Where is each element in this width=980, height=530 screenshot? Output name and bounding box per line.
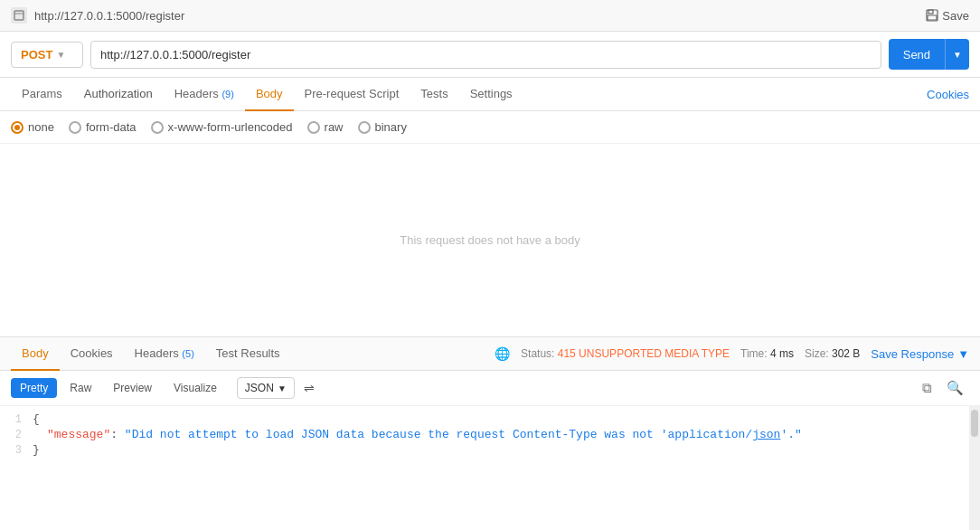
method-label: POST (21, 48, 52, 62)
send-label: Send (889, 39, 946, 70)
visualize-label: Visualize (174, 382, 217, 394)
search-button[interactable]: 🔍 (941, 376, 969, 400)
code-brace-open: { (33, 412, 40, 426)
body-option-none[interactable]: none (11, 120, 54, 134)
url-input[interactable] (90, 41, 881, 69)
time-label: Time: (740, 347, 770, 360)
radio-form-data (69, 121, 81, 134)
response-status: 🌐 Status: 415 UNSUPPORTED MEDIA TYPE Tim… (495, 346, 969, 361)
save-label: Save (942, 9, 969, 23)
line-num-3: 3 (0, 444, 33, 457)
tab-tests-label: Tests (420, 87, 448, 100)
tab-params-label: Params (22, 87, 62, 100)
resp-tab-headers[interactable]: Headers (5) (124, 337, 205, 371)
code-wrapper: 1 { 2 "message": "Did not attempt to loa… (0, 406, 980, 530)
wrap-button[interactable]: ⇌ (298, 377, 320, 399)
app-container: http://127.0.0.1:5000/register Save POST… (0, 0, 980, 530)
response-tabs-left: Body Cookies Headers (5) Test Results (11, 337, 291, 370)
tab-pre-request[interactable]: Pre-request Script (294, 78, 410, 111)
save-button[interactable]: Save (926, 9, 969, 23)
scrollbar-thumb (971, 410, 978, 437)
tab-body[interactable]: Body (245, 78, 294, 111)
tab-icon (11, 7, 27, 24)
svg-rect-0 (14, 11, 24, 20)
search-icon: 🔍 (947, 380, 964, 395)
code-line-3: 3 } (0, 442, 969, 458)
resp-tab-body[interactable]: Body (11, 337, 60, 371)
resp-tab-body-label: Body (22, 346, 49, 360)
tab-params[interactable]: Params (11, 78, 73, 111)
headers-badge: (9) (221, 89, 233, 99)
raw-button[interactable]: Raw (61, 378, 100, 398)
resp-headers-badge: (5) (182, 348, 193, 359)
body-empty: This request does not have a body (0, 144, 980, 336)
resp-tab-cookies-label: Cookies (71, 346, 113, 360)
top-bar: http://127.0.0.1:5000/register Save (0, 0, 980, 32)
cookies-link[interactable]: Cookies (927, 79, 969, 110)
radio-binary-label: binary (375, 120, 407, 134)
visualize-button[interactable]: Visualize (165, 378, 226, 398)
resp-tab-cookies[interactable]: Cookies (60, 337, 124, 371)
svg-rect-4 (928, 15, 937, 20)
tab-body-label: Body (256, 87, 283, 100)
tab-pre-request-label: Pre-request Script (305, 87, 400, 100)
raw-label: Raw (70, 382, 91, 394)
format-select-value: JSON (245, 382, 274, 394)
tab-auth-label: Authorization (84, 87, 153, 100)
tab-url-title: http://127.0.0.1:5000/register (34, 9, 184, 23)
tab-tests[interactable]: Tests (410, 78, 458, 111)
body-options: none form-data x-www-form-urlencoded raw… (0, 111, 980, 144)
time-stat: Time: 4 ms (740, 347, 794, 360)
body-option-binary[interactable]: binary (358, 120, 407, 134)
status-value: 415 UNSUPPORTED MEDIA TYPE (558, 347, 730, 360)
size-label: Size: (805, 347, 832, 360)
send-button[interactable]: Send ▼ (889, 39, 969, 70)
radio-none (11, 121, 24, 134)
resp-tab-test-results[interactable]: Test Results (205, 337, 291, 371)
body-empty-text: This request does not have a body (400, 233, 580, 247)
top-bar-left: http://127.0.0.1:5000/register (11, 7, 184, 24)
method-select[interactable]: POST ▼ (11, 42, 83, 68)
request-tabs-left: Params Authorization Headers (9) Body Pr… (11, 78, 523, 110)
radio-raw-label: raw (325, 120, 344, 134)
code-area: 1 { 2 "message": "Did not attempt to loa… (0, 406, 969, 463)
scrollbar-vertical[interactable] (969, 406, 980, 530)
request-tabs: Params Authorization Headers (9) Body Pr… (0, 78, 980, 111)
tab-headers[interactable]: Headers (9) (164, 78, 245, 111)
line-num-2: 2 (0, 429, 33, 441)
format-bar: Pretty Raw Preview Visualize JSON ▼ ⇌ (0, 371, 980, 406)
format-select[interactable]: JSON ▼ (237, 377, 295, 399)
tab-settings-label: Settings (470, 87, 513, 100)
tab-authorization[interactable]: Authorization (73, 78, 164, 111)
save-response-chevron-icon: ▼ (957, 347, 969, 361)
send-dropdown-icon[interactable]: ▼ (946, 39, 969, 70)
format-bar-left: Pretty Raw Preview Visualize JSON ▼ ⇌ (11, 377, 320, 399)
body-option-form-data[interactable]: form-data (69, 120, 137, 134)
code-content[interactable]: 1 { 2 "message": "Did not attempt to loa… (0, 406, 969, 530)
status-label: Status: 415 UNSUPPORTED MEDIA TYPE (521, 347, 730, 360)
method-chevron-icon: ▼ (56, 50, 65, 60)
size-stat: Size: 302 B (805, 347, 860, 360)
format-bar-right: ⧉ 🔍 (917, 376, 969, 400)
status-prefix: Status: (521, 347, 558, 360)
url-bar: POST ▼ Send ▼ (0, 32, 980, 78)
response-tabs: Body Cookies Headers (5) Test Results 🌐 … (0, 337, 980, 371)
pretty-button[interactable]: Pretty (11, 378, 57, 398)
save-response-button[interactable]: Save Response ▼ (871, 347, 969, 361)
copy-icon: ⧉ (922, 380, 932, 395)
preview-button[interactable]: Preview (104, 378, 161, 398)
body-option-urlencoded[interactable]: x-www-form-urlencoded (151, 120, 293, 134)
resp-tab-headers-label: Headers (5) (135, 346, 194, 360)
radio-urlencoded-label: x-www-form-urlencoded (168, 120, 293, 134)
time-value: 4 ms (770, 347, 794, 360)
tab-settings[interactable]: Settings (459, 78, 523, 111)
code-line-2: 2 "message": "Did not attempt to load JS… (0, 427, 969, 442)
radio-form-data-label: form-data (86, 120, 137, 134)
radio-binary (358, 121, 371, 134)
code-brace-close: } (33, 443, 40, 457)
body-option-raw[interactable]: raw (307, 120, 344, 134)
save-response-label: Save Response (871, 347, 954, 361)
copy-button[interactable]: ⧉ (917, 376, 938, 400)
radio-none-label: none (28, 120, 54, 134)
size-value: 302 B (832, 347, 860, 360)
